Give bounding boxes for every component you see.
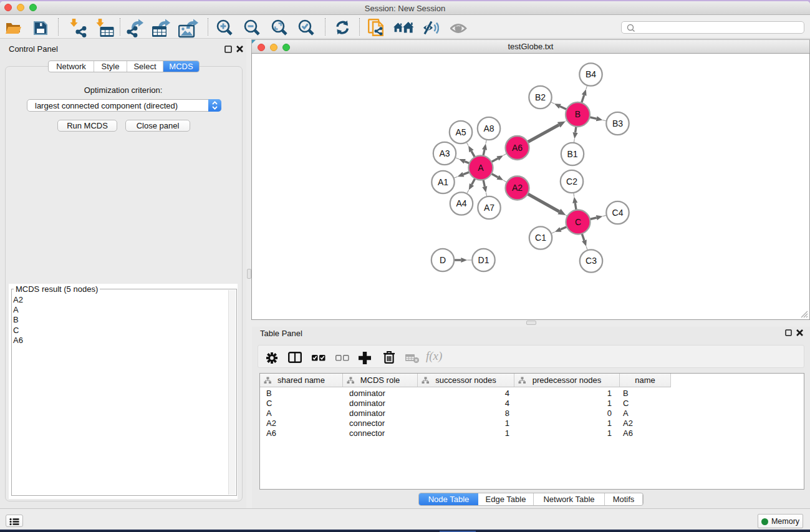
svg-text:D: D <box>440 255 446 265</box>
svg-text:B: B <box>575 109 581 119</box>
svg-text:C2: C2 <box>566 177 577 186</box>
svg-text:A7: A7 <box>484 203 494 213</box>
svg-text:D1: D1 <box>478 255 489 265</box>
svg-text:A: A <box>478 163 484 173</box>
svg-text:C1: C1 <box>535 233 546 243</box>
svg-text:A1: A1 <box>438 177 448 187</box>
svg-text:C: C <box>575 217 581 227</box>
svg-text:A5: A5 <box>455 127 466 137</box>
svg-text:B3: B3 <box>612 118 623 128</box>
svg-text:B2: B2 <box>535 92 546 102</box>
svg-text:A6: A6 <box>512 143 523 153</box>
svg-text:A2: A2 <box>512 183 523 193</box>
svg-text:A8: A8 <box>483 123 494 133</box>
svg-text:A3: A3 <box>439 148 450 158</box>
svg-text:B1: B1 <box>567 149 577 159</box>
svg-text:B4: B4 <box>586 69 596 79</box>
svg-text:C3: C3 <box>586 256 597 266</box>
svg-text:A4: A4 <box>456 198 466 208</box>
svg-text:C4: C4 <box>612 208 624 218</box>
